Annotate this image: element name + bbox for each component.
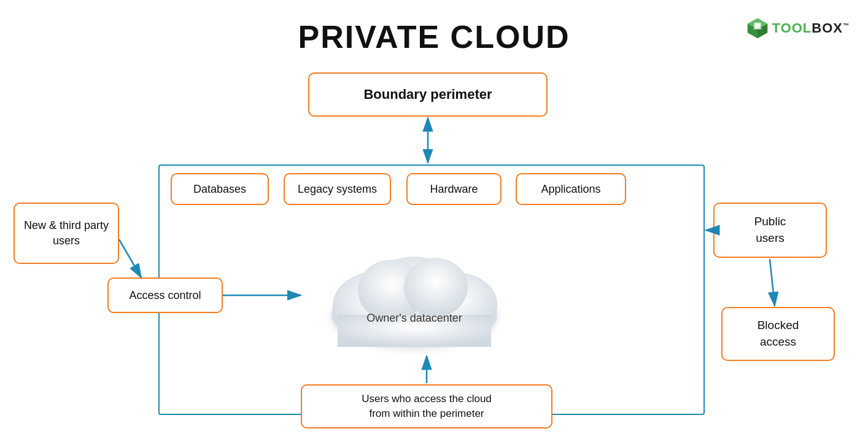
blocked-access-box: Blockedaccess <box>721 307 835 361</box>
svg-point-11 <box>404 258 468 317</box>
public-to-blocked-arrow <box>770 259 775 306</box>
logo: TOOLBOX™ <box>746 17 850 39</box>
logo-tm: ™ <box>843 22 850 29</box>
hardware-box: Hardware <box>406 173 502 205</box>
logo-text-tool: TOOL <box>772 20 812 36</box>
page-title: PRIVATE CLOUD <box>0 0 868 55</box>
svg-rect-4 <box>754 23 761 28</box>
users-within-box: Users who access the cloudfrom within th… <box>301 384 552 428</box>
databases-box: Databases <box>171 173 269 205</box>
databases-label: Databases <box>193 183 246 196</box>
new-third-party-box: New & third partyusers <box>14 203 119 264</box>
datacenter-label: Owner's datacenter <box>301 312 528 325</box>
access-control-label: Access control <box>129 289 201 302</box>
public-users-label: Publicusers <box>754 214 786 246</box>
svg-rect-5 <box>753 28 761 29</box>
cloud-shape: Owner's datacenter <box>301 226 528 361</box>
logo-icon <box>746 17 769 39</box>
applications-label: Applications <box>541 183 600 196</box>
users-within-label: Users who access the cloudfrom within th… <box>362 392 492 421</box>
new-third-party-to-access-arrow <box>119 239 141 277</box>
public-users-box: Publicusers <box>713 203 827 258</box>
legacy-systems-label: Legacy systems <box>298 183 377 196</box>
boundary-perimeter-box: Boundary perimeter <box>308 72 548 117</box>
access-control-box: Access control <box>107 277 223 313</box>
legacy-systems-box: Legacy systems <box>284 173 391 205</box>
hardware-label: Hardware <box>430 183 478 196</box>
logo-text-box: BOX <box>812 20 843 36</box>
blocked-access-label: Blockedaccess <box>758 317 799 350</box>
boundary-perimeter-label: Boundary perimeter <box>363 87 492 103</box>
cloud-svg <box>301 226 528 355</box>
logo-text: TOOLBOX™ <box>772 20 850 36</box>
applications-box: Applications <box>516 173 626 205</box>
new-third-party-label: New & third partyusers <box>24 218 109 249</box>
